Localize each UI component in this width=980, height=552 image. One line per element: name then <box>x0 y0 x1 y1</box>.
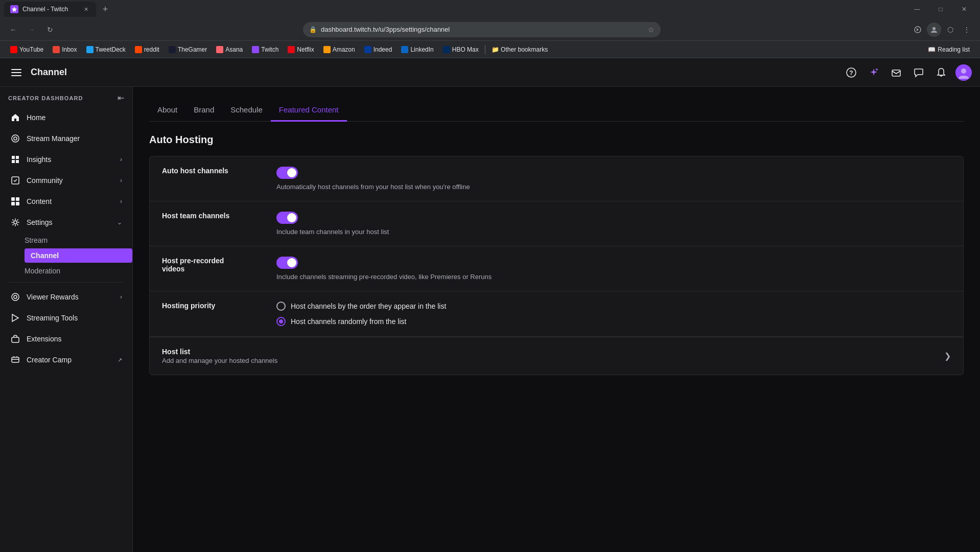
extension-action-btn[interactable] <box>911 22 925 37</box>
twitch-body: CREATOR DASHBOARD ⇤ Home Stream Manager <box>0 87 980 552</box>
sidebar-subitem-stream[interactable]: Stream <box>25 233 132 247</box>
auto-host-channels-toggle[interactable] <box>276 167 298 179</box>
bookmark-youtube[interactable]: YouTube <box>6 44 48 55</box>
help-button[interactable]: ? <box>843 64 859 81</box>
svg-rect-2 <box>11 69 21 70</box>
home-icon <box>10 112 20 123</box>
svg-point-9 <box>961 68 966 74</box>
address-bar[interactable]: 🔒 dashboard.twitch.tv/u/3pps/settings/ch… <box>303 22 661 37</box>
radio-option-order[interactable]: Host channels by the order they appear i… <box>276 302 951 311</box>
bookmark-twitch[interactable]: Twitch <box>248 44 283 55</box>
reload-button[interactable]: ↻ <box>43 22 57 37</box>
bookmark-indeed[interactable]: Indeed <box>360 44 396 55</box>
tab-favicon <box>10 5 18 13</box>
radio-label-random: Host channels randomly from the list <box>291 317 406 326</box>
sidebar-item-home[interactable]: Home <box>2 107 130 128</box>
community-chevron-icon: › <box>120 177 122 184</box>
reading-list-button[interactable]: 📖 Reading list <box>924 44 974 55</box>
tab-schedule[interactable]: Schedule <box>222 99 271 122</box>
bookmark-other[interactable]: 📁 Other bookmarks <box>487 44 552 55</box>
host-list-info: Host list Add and manage your hosted cha… <box>162 348 277 364</box>
radio-option-random[interactable]: Host channels randomly from the list <box>276 317 951 326</box>
bookmark-tweetdeck[interactable]: TweetDeck <box>82 44 130 55</box>
hosting-priority-label: Hosting priority <box>162 302 264 310</box>
browser-tab-active[interactable]: Channel - Twitch ✕ <box>4 2 96 17</box>
host-pre-recorded-label: Host pre-recordedvideos <box>162 257 264 273</box>
sidebar: CREATOR DASHBOARD ⇤ Home Stream Manager <box>0 87 133 552</box>
radio-group-hosting-priority: Host channels by the order they appear i… <box>276 302 951 326</box>
bookmark-netflix[interactable]: Netflix <box>284 44 318 55</box>
tab-brand[interactable]: Brand <box>185 99 222 122</box>
svg-rect-19 <box>11 202 15 205</box>
maximize-button[interactable]: □ <box>929 0 952 18</box>
sidebar-item-stream-manager[interactable]: Stream Manager <box>2 128 130 149</box>
creator-camp-label: Creator Camp <box>27 356 111 364</box>
svg-rect-7 <box>892 70 900 76</box>
sidebar-item-insights[interactable]: Insights › <box>2 149 130 170</box>
browser-chrome: Channel - Twitch ✕ + — □ ✕ ← → ↻ 🔒 dashb… <box>0 0 980 58</box>
auto-host-channels-label: Auto host channels <box>162 167 264 175</box>
host-team-channels-content: Include team channels in your host list <box>276 212 951 236</box>
bookmark-inbox[interactable]: Inbox <box>49 44 81 55</box>
tab-featured-content[interactable]: Featured Content <box>271 99 347 122</box>
chat-button[interactable] <box>911 64 927 81</box>
auto-host-channels-row: Auto host channels Automatically host ch… <box>150 156 963 201</box>
radio-label-order: Host channels by the order they appear i… <box>291 302 446 310</box>
tab-close-button[interactable]: ✕ <box>82 5 90 13</box>
back-button[interactable]: ← <box>6 22 20 37</box>
forward-button[interactable]: → <box>25 22 39 37</box>
settings-chevron-icon: ⌄ <box>117 219 122 226</box>
sidebar-item-creator-camp[interactable]: Creator Camp ↗ <box>2 350 130 370</box>
host-team-channels-toggle[interactable] <box>276 212 298 224</box>
host-pre-recorded-content: Include channels streaming pre-recorded … <box>276 257 951 281</box>
stream-manager-label: Stream Manager <box>27 134 122 143</box>
sidebar-item-extensions[interactable]: Extensions <box>2 329 130 349</box>
svg-rect-12 <box>12 156 15 159</box>
browser-addressbar: ← → ↻ 🔒 dashboard.twitch.tv/u/3pps/setti… <box>0 18 980 41</box>
address-text: dashboard.twitch.tv/u/3pps/settings/chan… <box>321 26 644 33</box>
hamburger-menu-button[interactable] <box>8 64 25 81</box>
minimize-button[interactable]: — <box>905 0 929 18</box>
settings-subnav: Stream Channel Moderation <box>0 233 132 278</box>
close-button[interactable]: ✕ <box>952 0 976 18</box>
profile-btn[interactable] <box>927 22 941 37</box>
notifications-button[interactable] <box>933 64 949 81</box>
bookmark-linkedin[interactable]: LinkedIn <box>397 44 437 55</box>
radio-circle-random <box>276 317 286 326</box>
host-pre-recorded-toggle[interactable] <box>276 257 298 269</box>
sidebar-item-content[interactable]: Content › <box>2 191 130 212</box>
sidebar-item-viewer-rewards[interactable]: Viewer Rewards › <box>2 287 130 307</box>
sidebar-item-settings[interactable]: Settings ⌄ <box>2 212 130 233</box>
user-avatar[interactable] <box>955 64 972 81</box>
bookmark-hbomax[interactable]: HBO Max <box>439 44 483 55</box>
svg-rect-25 <box>12 337 19 342</box>
magic-button[interactable] <box>866 64 882 81</box>
sidebar-subitem-moderation[interactable]: Moderation <box>25 264 132 278</box>
bookmark-thegamer[interactable]: TheGamer <box>165 44 211 55</box>
sidebar-subitem-channel[interactable]: Channel <box>25 248 132 263</box>
mail-button[interactable] <box>888 64 904 81</box>
bookmark-star-icon[interactable]: ☆ <box>648 26 655 34</box>
more-options-btn[interactable]: ⋮ <box>960 22 974 37</box>
twitch-app: Channel ? CR <box>0 58 980 552</box>
settings-icon <box>10 217 20 227</box>
auto-host-channels-description: Automatically host channels from your ho… <box>276 183 951 191</box>
new-tab-button[interactable]: + <box>98 2 112 16</box>
sidebar-item-streaming-tools[interactable]: Streaming Tools <box>2 308 130 328</box>
tab-about[interactable]: About <box>149 99 185 122</box>
bookmark-reddit[interactable]: reddit <box>131 44 164 55</box>
extensions-btn[interactable]: ⬡ <box>943 22 958 37</box>
twitch-header: Channel ? <box>0 58 980 87</box>
sidebar-item-community[interactable]: Community › <box>2 170 130 191</box>
bookmark-asana[interactable]: Asana <box>212 44 247 55</box>
hosting-priority-content: Host channels by the order they appear i… <box>276 302 951 326</box>
sidebar-collapse-button[interactable]: ⇤ <box>118 93 124 103</box>
creator-dashboard-label: CREATOR DASHBOARD <box>8 95 83 101</box>
bookmark-amazon[interactable]: Amazon <box>319 44 359 55</box>
svg-point-1 <box>932 27 936 30</box>
svg-marker-24 <box>12 314 18 321</box>
auto-host-channels-left: Auto host channels <box>162 167 264 177</box>
svg-rect-20 <box>16 202 19 205</box>
host-list-row[interactable]: Host list Add and manage your hosted cha… <box>150 337 963 375</box>
hosting-priority-row: Hosting priority Host channels by the or… <box>150 291 963 337</box>
